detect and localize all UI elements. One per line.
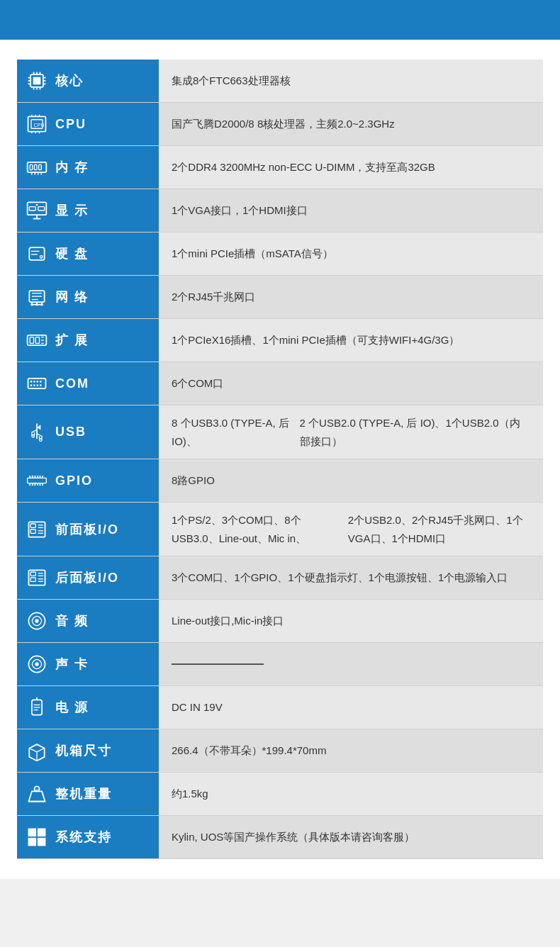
spec-row-display: 显 示1个VGA接口，1个HDMI接口 bbox=[17, 189, 543, 232]
spec-row-core: 核心集成8个FTC663处理器核 bbox=[17, 60, 543, 103]
weight-icon: kg bbox=[24, 781, 50, 807]
spec-value-ram: 2个DDR4 3200MHz non-ECC U-DIMM，支持至高32GB bbox=[159, 146, 543, 189]
svg-point-62 bbox=[40, 381, 42, 383]
svg-point-61 bbox=[37, 381, 39, 383]
spec-label-text-dimension: 机箱尺寸 bbox=[55, 742, 112, 759]
page-wrapper: 核心集成8个FTC663处理器核 CPU CPU国产飞腾D2000/8 8核处理… bbox=[0, 0, 560, 879]
svg-rect-35 bbox=[29, 207, 35, 211]
usb-icon bbox=[24, 420, 50, 445]
spec-row-gpio: GPIO8路GPIO bbox=[17, 459, 543, 503]
spec-row-front-panel: 前面板I/O1个PS/2、3个COM口、8个USB3.0、Line-out、Mi… bbox=[17, 503, 543, 556]
svg-rect-109 bbox=[28, 829, 37, 837]
svg-point-48 bbox=[40, 303, 43, 306]
spec-label-text-display: 显 示 bbox=[55, 202, 89, 219]
svg-point-59 bbox=[30, 381, 33, 383]
spec-row-com: COM6个COM口 bbox=[17, 362, 543, 405]
spec-label-front-panel: 前面板I/O bbox=[17, 503, 159, 556]
svg-rect-25 bbox=[34, 164, 37, 169]
spec-label-text-front-panel: 前面板I/O bbox=[55, 521, 119, 538]
spec-value-core: 集成8个FTC663处理器核 bbox=[159, 60, 543, 102]
svg-rect-111 bbox=[28, 838, 37, 846]
spec-row-rear-panel: 后面板I/O3个COM口、1个GPIO、1个硬盘指示灯、1个电源按钮、1个电源输… bbox=[17, 556, 543, 600]
spec-row-cpu: CPU CPU国产飞腾D2000/8 8核处理器，主频2.0~2.3GHz bbox=[17, 103, 543, 146]
svg-rect-58 bbox=[28, 379, 46, 388]
svg-rect-84 bbox=[30, 529, 35, 533]
ram-icon bbox=[24, 155, 50, 180]
spec-label-dimension: 机箱尺寸 bbox=[17, 729, 159, 772]
spec-value-rear-panel: 3个COM口、1个GPIO、1个硬盘指示灯、1个电源按钮、1个电源输入口 bbox=[159, 556, 543, 599]
spec-value-dimension: 266.4（不带耳朵）*199.4*70mm bbox=[159, 729, 543, 772]
spec-label-text-core: 核心 bbox=[55, 72, 84, 89]
header bbox=[0, 0, 560, 40]
box-icon bbox=[24, 738, 50, 763]
spec-row-audio: 音 频Line-out接口,Mic-in接口 bbox=[17, 600, 543, 643]
svg-text:CPU: CPU bbox=[34, 123, 45, 128]
spec-label-text-power: 电 源 bbox=[55, 699, 89, 716]
spec-value-usb: 8 个USB3.0 (TYPE-A, 后 IO)、2 个USB2.0 (TYPE… bbox=[159, 405, 543, 459]
svg-rect-90 bbox=[30, 572, 35, 576]
spec-value-expand: 1个PCIeX16插槽、1个mini PCIe插槽（可支持WIFI+4G/3G） bbox=[159, 319, 543, 362]
svg-point-63 bbox=[30, 384, 33, 386]
spec-label-text-com: COM bbox=[55, 376, 89, 391]
svg-rect-26 bbox=[39, 164, 42, 169]
spec-label-text-gpio: GPIO bbox=[55, 474, 93, 488]
svg-point-99 bbox=[35, 662, 38, 666]
spec-row-power: 电 源DC IN 19V bbox=[17, 686, 543, 729]
spec-label-core: 核心 bbox=[17, 60, 159, 102]
spec-label-text-cpu: CPU bbox=[55, 117, 86, 132]
svg-rect-24 bbox=[30, 164, 33, 169]
spec-value-cpu: 国产飞腾D2000/8 8核处理器，主频2.0~2.3GHz bbox=[159, 103, 543, 145]
audio-icon bbox=[24, 608, 50, 634]
svg-point-66 bbox=[40, 384, 42, 386]
spec-label-ram: 内 存 bbox=[17, 146, 159, 189]
spec-row-os: 系统支持Kylin, UOS等国产操作系统（具体版本请咨询客服） bbox=[17, 816, 543, 859]
svg-point-47 bbox=[35, 303, 38, 306]
spec-label-text-expand: 扩 展 bbox=[55, 332, 89, 349]
spec-label-text-weight: 整机重量 bbox=[55, 785, 112, 802]
spec-label-audio: 音 频 bbox=[17, 600, 159, 642]
spec-row-expand: 扩 展1个PCIeX16插槽、1个mini PCIe插槽（可支持WIFI+4G/… bbox=[17, 319, 543, 362]
spec-label-text-audio: 音 频 bbox=[55, 612, 89, 629]
com-icon bbox=[24, 371, 50, 396]
spec-row-ram: 内 存2个DDR4 3200MHz non-ECC U-DIMM，支持至高32G… bbox=[17, 146, 543, 189]
spec-label-text-ram: 内 存 bbox=[55, 159, 89, 176]
svg-point-38 bbox=[40, 256, 43, 259]
chip-icon bbox=[24, 68, 50, 94]
spec-label-network: 网 络 bbox=[17, 276, 159, 318]
svg-rect-54 bbox=[35, 337, 39, 344]
spec-row-weight: kg 整机重量约1.5kg bbox=[17, 773, 543, 816]
spec-value-weight: 约1.5kg bbox=[159, 773, 543, 815]
spec-row-network: 网 络2个RJ45千兆网口 bbox=[17, 276, 543, 319]
spec-label-power: 电 源 bbox=[17, 686, 159, 729]
spec-label-expand: 扩 展 bbox=[17, 319, 159, 362]
spec-label-text-network: 网 络 bbox=[55, 288, 89, 306]
svg-rect-69 bbox=[28, 478, 47, 483]
cpu-icon: CPU bbox=[24, 111, 50, 137]
svg-rect-91 bbox=[30, 578, 35, 581]
audio-icon bbox=[24, 651, 50, 677]
spec-value-network: 2个RJ45千兆网口 bbox=[159, 276, 543, 318]
svg-point-60 bbox=[33, 381, 35, 383]
spec-label-com: COM bbox=[17, 362, 159, 405]
svg-point-97 bbox=[35, 619, 38, 622]
svg-rect-36 bbox=[38, 207, 45, 211]
svg-point-68 bbox=[40, 438, 43, 441]
spec-label-soundcard: 声 卡 bbox=[17, 643, 159, 685]
panel-icon bbox=[24, 517, 50, 542]
spec-label-text-os: 系统支持 bbox=[55, 829, 112, 846]
svg-point-65 bbox=[37, 384, 39, 386]
spec-value-hdd: 1个mini PCIe插槽（mSATA信号） bbox=[159, 232, 543, 275]
svg-rect-112 bbox=[38, 838, 46, 846]
spec-value-os: Kylin, UOS等国产操作系统（具体版本请咨询客服） bbox=[159, 816, 543, 858]
spec-value-audio: Line-out接口,Mic-in接口 bbox=[159, 600, 543, 642]
spec-value-gpio: 8路GPIO bbox=[159, 459, 543, 502]
spec-label-weight: kg 整机重量 bbox=[17, 773, 159, 815]
spec-row-hdd: 硬 盘1个mini PCIe插槽（mSATA信号） bbox=[17, 232, 543, 276]
gpio-icon bbox=[24, 468, 50, 493]
spec-row-usb: USB8 个USB3.0 (TYPE-A, 后 IO)、2 个USB2.0 (T… bbox=[17, 405, 543, 459]
svg-point-34 bbox=[36, 204, 38, 206]
expand-icon bbox=[24, 327, 50, 353]
spec-value-com: 6个COM口 bbox=[159, 362, 543, 405]
spec-row-soundcard: 声 卡 bbox=[17, 643, 543, 686]
spec-label-text-hdd: 硬 盘 bbox=[55, 245, 89, 262]
